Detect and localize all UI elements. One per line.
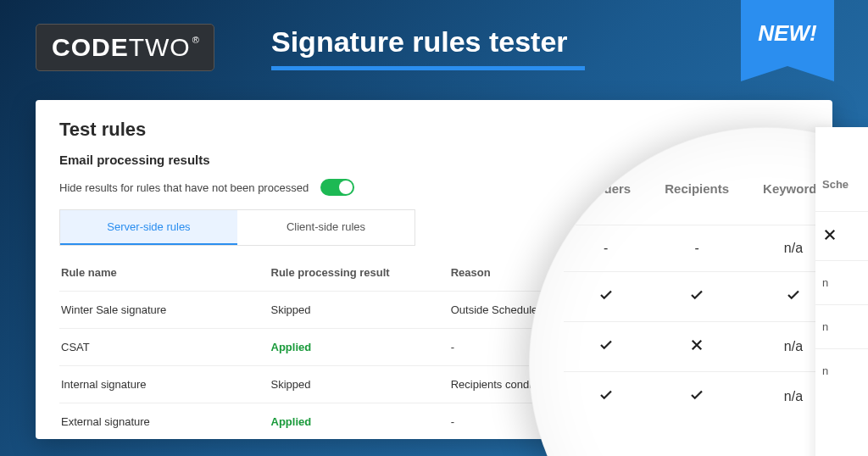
cell-rule-result: Skipped [270, 292, 449, 329]
new-badge-label: NEW! [741, 0, 834, 66]
cross-icon [822, 227, 837, 242]
table-row: n [815, 305, 868, 349]
hide-unprocessed-toggle[interactable] [320, 179, 354, 196]
cell-senders: - [564, 225, 648, 272]
cell-senders [564, 322, 648, 372]
cell-rule-result: Applied [270, 329, 449, 366]
cell-rule-result: Applied [270, 403, 449, 441]
cell-rule-name: CSAT [59, 329, 270, 366]
table-row: n [815, 349, 868, 393]
col-recipients: Recipients [648, 162, 746, 225]
cell-recipients [648, 272, 746, 322]
cross-icon [689, 337, 704, 353]
check-icon [598, 287, 614, 303]
check-icon [598, 387, 614, 403]
cell-recipients [648, 322, 746, 372]
cell-scheduler: n [815, 349, 868, 393]
cell-rule-name: Winter Sale signature [59, 292, 270, 329]
cell-senders [564, 272, 648, 322]
check-icon [598, 337, 614, 353]
page-title-underline [271, 66, 585, 70]
brand-part1: CODE [52, 33, 129, 61]
tab-server-side[interactable]: Server-side rules [60, 210, 237, 245]
toggle-label: Hide results for rules that have not bee… [59, 181, 309, 194]
new-badge: NEW! [741, 0, 834, 81]
tab-client-side[interactable]: Client-side rules [237, 210, 415, 245]
check-icon [689, 287, 704, 303]
table-row: n [815, 261, 868, 305]
cell-scheduler: n [815, 305, 868, 349]
check-icon [689, 387, 704, 403]
check-icon [786, 287, 801, 303]
col-rule-result: Rule processing result [270, 256, 449, 292]
cell-scheduler: n [815, 261, 868, 305]
table-row [815, 212, 868, 261]
edge-strip: Sche nnn [815, 127, 868, 456]
cell-recipients [648, 372, 746, 422]
brand-part2: TWO [129, 33, 191, 61]
cell-rule-result: Skipped [270, 366, 449, 403]
cell-scheduler [815, 212, 868, 261]
cell-recipients: - [648, 225, 746, 272]
cell-rule-name: External signature [59, 403, 270, 441]
brand-logo: CODETWO® [36, 24, 214, 71]
registered-mark: ® [192, 35, 200, 45]
rule-scope-tabs: Server-side rules Client-side rules [59, 209, 415, 246]
page-title: Signature rules tester [271, 25, 568, 58]
col-rule-name: Rule name [59, 256, 270, 292]
cell-rule-name: Internal signature [59, 366, 270, 403]
cell-senders [564, 372, 648, 422]
col-scheduler: Sche [815, 127, 868, 212]
